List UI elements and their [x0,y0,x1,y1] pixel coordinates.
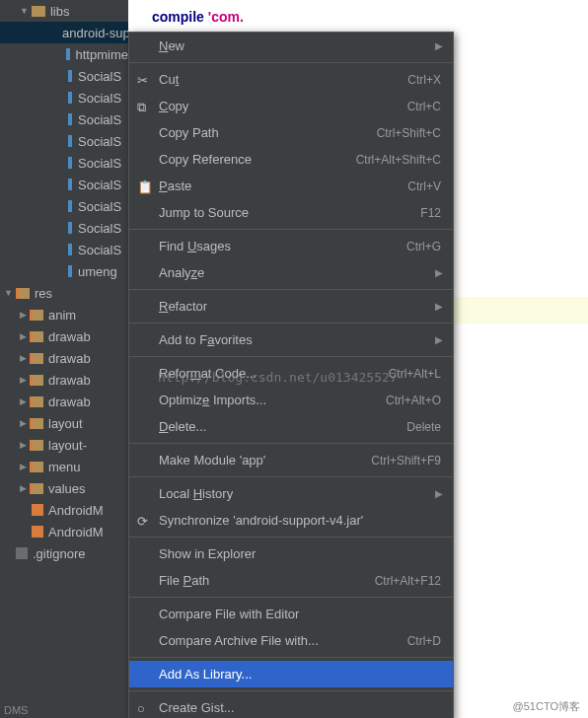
sync-icon: ⟳ [137,514,151,528]
menu-compare-archive[interactable]: Compare Archive File with...Ctrl+D [129,627,453,654]
file-icon [16,547,28,559]
tree-item-jar[interactable]: android-support-v4.jar [0,22,128,43]
menu-find-usages[interactable]: Find UsagesCtrl+G [129,233,453,259]
dms-label: DMS [0,702,32,718]
tree-folder[interactable]: drawab [0,347,128,369]
menu-cut[interactable]: ✂CutCtrl+X [129,66,453,93]
paste-icon: 📋 [137,180,151,193]
menu-delete[interactable]: Delete...Delete [129,413,453,440]
tree-folder[interactable]: anim [0,304,128,325]
menu-create-gist[interactable]: ○Create Gist... [129,694,453,718]
menu-analyze[interactable]: Analyze▶ [129,259,453,286]
folder-icon [30,418,43,429]
folder-icon [16,288,30,299]
xml-icon [32,526,43,538]
tree-folder[interactable]: layout- [0,434,128,456]
folder-icon [32,6,45,17]
menu-add-as-library[interactable]: Add As Library... [129,661,453,687]
tree-item-xml[interactable]: AndroidM [0,521,128,542]
tree-item-jar[interactable]: SocialS [0,239,128,260]
cut-icon: ✂ [137,73,151,87]
tree-folder-res[interactable]: res [0,282,128,304]
folder-icon [30,483,43,494]
tree-folder[interactable]: drawab [0,391,128,412]
jar-icon [68,200,72,212]
menu-add-favorites[interactable]: Add to Favorites▶ [129,326,453,353]
menu-show-explorer[interactable]: Show in Explorer [129,540,453,567]
tree-folder[interactable]: drawab [0,369,128,391]
menu-file-path[interactable]: File PathCtrl+Alt+F12 [129,567,453,594]
folder-icon [30,440,43,451]
xml-icon [32,504,43,516]
folder-icon [30,375,43,386]
folder-icon [30,331,43,342]
menu-copy[interactable]: ⧉CopyCtrl+C [129,93,453,119]
jar-icon [68,244,72,255]
tree-item-jar[interactable]: SocialS [0,152,128,174]
menu-compare-editor[interactable]: Compare File with Editor [129,601,453,627]
folder-icon [30,353,43,364]
menu-jump-source[interactable]: Jump to SourceF12 [129,199,453,226]
jar-icon [68,222,72,234]
watermark-url: http://blog.csdn.net/u013425527 [158,370,398,385]
tree-item-jar[interactable]: SocialS [0,130,128,152]
tree-folder[interactable]: layout [0,412,128,434]
jar-icon [68,92,72,104]
tree-item-jar[interactable]: SocialS [0,108,128,130]
tree-folder-libs[interactable]: libs [0,0,128,22]
copy-icon: ⧉ [137,100,151,113]
project-tree: libs android-support-v4.jar httpmime Soc… [0,0,128,718]
tree-item-jar[interactable]: httpmime [0,43,128,65]
tree-item-jar[interactable]: SocialS [0,217,128,239]
jar-icon [68,113,72,125]
folder-icon [30,462,43,472]
watermark-credit: @51CTO博客 [513,699,580,714]
tree-item-xml[interactable]: AndroidM [0,499,128,521]
tree-folder[interactable]: drawab [0,325,128,347]
menu-paste[interactable]: 📋PasteCtrl+V [129,173,453,199]
menu-optimize-imports[interactable]: Optimize Imports...Ctrl+Alt+O [129,387,453,413]
jar-icon [68,179,72,190]
tree-item-file[interactable]: .gitignore [0,542,128,564]
tree-item-jar[interactable]: SocialS [0,195,128,217]
menu-synchronize[interactable]: ⟳Synchronize 'android-support-v4.jar' [129,507,453,534]
tree-item-jar[interactable]: SocialS [0,87,128,108]
tree-item-jar[interactable]: SocialS [0,174,128,195]
tree-item-jar[interactable]: umeng [0,260,128,282]
tree-folder[interactable]: values [0,477,128,499]
gist-icon: ○ [137,701,151,715]
tree-item-jar[interactable]: SocialS [0,65,128,87]
menu-new[interactable]: New▶ [129,33,453,59]
jar-icon [68,135,72,147]
folder-icon [30,310,43,321]
jar-icon [68,70,72,82]
folder-icon [30,396,43,407]
menu-copy-path[interactable]: Copy PathCtrl+Shift+C [129,119,453,146]
menu-copy-reference[interactable]: Copy ReferenceCtrl+Alt+Shift+C [129,146,453,173]
menu-make-module[interactable]: Make Module 'app'Ctrl+Shift+F9 [129,447,453,473]
tree-folder[interactable]: menu [0,456,128,477]
jar-icon [68,157,72,169]
jar-icon [66,48,69,60]
menu-local-history[interactable]: Local History▶ [129,480,453,507]
jar-icon [68,265,72,277]
menu-refactor[interactable]: Refactor▶ [129,293,453,320]
